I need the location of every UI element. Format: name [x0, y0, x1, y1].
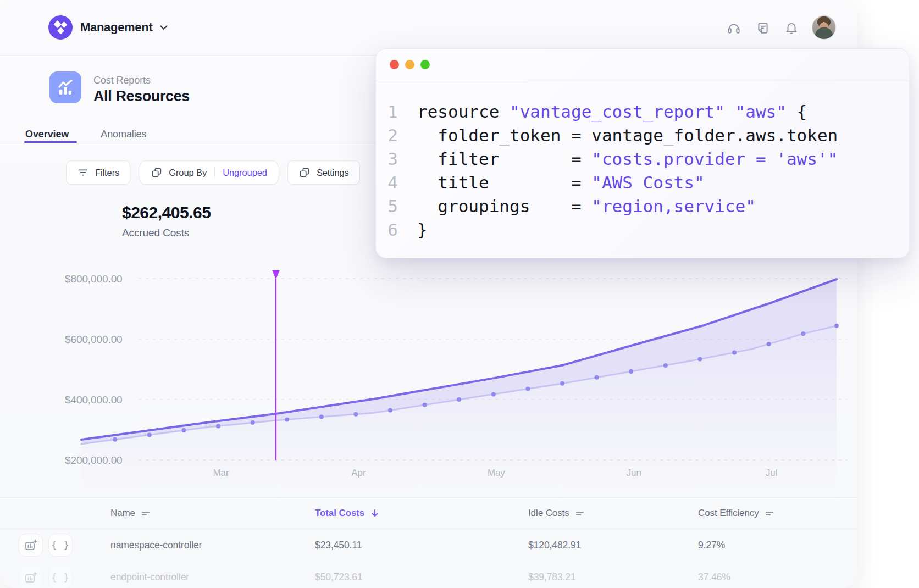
data-point-dot — [319, 415, 324, 419]
cell-idle-costs: $120,482.91 — [528, 540, 698, 551]
y-axis-tick-label: $600,000.00 — [65, 334, 123, 345]
cell-name: namespace-controller — [110, 540, 315, 551]
data-point-dot — [629, 369, 633, 374]
group-by-label: Group By — [169, 168, 207, 178]
code-text: title = "AWS Costs" — [417, 171, 705, 195]
filters-button[interactable]: Filters — [66, 160, 130, 185]
line-number: 6 — [376, 218, 398, 242]
tab-overview[interactable]: Overview — [25, 129, 69, 140]
braces-icon: { } — [51, 572, 70, 583]
y-axis-tick-label: $800,000.00 — [65, 273, 123, 285]
breadcrumb: Cost Reports — [93, 75, 151, 86]
sort-icon — [140, 508, 151, 519]
table-row[interactable]: { }namespace-controller$23,450.11$120,48… — [0, 529, 857, 561]
table-header-row: NameTotal CostsIdle CostsCost Efficiency — [0, 498, 857, 529]
docs-icon[interactable] — [756, 21, 770, 35]
chevron-down-icon — [160, 25, 168, 30]
data-point-dot — [663, 363, 668, 368]
code-text: resource "vantage_cost_report" "aws" { — [417, 100, 807, 124]
support-headphones-icon[interactable] — [727, 21, 741, 35]
cell-idle-costs: $39,783.21 — [528, 572, 698, 583]
scrubber-marker-handle[interactable] — [272, 270, 280, 279]
data-point-dot — [251, 420, 255, 425]
data-point-dot — [181, 428, 186, 432]
data-point-dot — [801, 331, 805, 336]
table-row[interactable]: { }endpoint-controller$50,723.61$39,783.… — [0, 561, 857, 588]
code-line: 6} — [376, 218, 909, 242]
open-chart-button[interactable] — [19, 566, 43, 588]
column-header-name[interactable]: Name — [110, 508, 315, 519]
data-point-dot — [457, 397, 461, 402]
code-text: folder_token = vantage_folder.aws.token — [417, 124, 838, 147]
group-by-button[interactable]: Group By Ungrouped — [140, 160, 278, 185]
line-number: 4 — [376, 171, 398, 195]
y-axis-tick-label: $400,000.00 — [65, 394, 123, 406]
code-window: 1resource "vantage_cost_report" "aws" {2… — [375, 48, 910, 258]
workspace-switcher[interactable]: Management — [80, 0, 168, 55]
group-stack-icon — [151, 167, 163, 179]
cost-trend-chart: $800,000.00$600,000.00$400,000.00$200,00… — [0, 242, 857, 500]
line-number: 2 — [376, 124, 398, 147]
data-point-dot — [423, 403, 427, 407]
code-editor: 1resource "vantage_cost_report" "aws" {2… — [376, 80, 909, 258]
sort-icon — [764, 508, 775, 519]
stat-label: Accrued Costs — [122, 227, 211, 239]
vantage-logo[interactable] — [48, 15, 73, 40]
filters-label: Filters — [95, 168, 119, 178]
code-text: } — [417, 218, 428, 242]
group-by-value[interactable]: Ungrouped — [223, 168, 267, 178]
column-header-idle-costs[interactable]: Idle Costs — [528, 508, 698, 519]
close-traffic-light[interactable] — [390, 60, 399, 69]
chart-glyph-icon — [56, 77, 75, 97]
x-axis-tick-label: Mar — [213, 468, 229, 478]
cell-total-costs: $23,450.11 — [315, 540, 528, 551]
view-code-button[interactable]: { } — [48, 566, 73, 588]
data-point-dot — [147, 432, 152, 437]
settings-label: Settings — [317, 168, 349, 178]
data-point-dot — [285, 417, 289, 421]
chart-toolbar: Filters Group By Ungrouped Settings — [66, 160, 360, 185]
code-window-titlebar — [376, 49, 909, 80]
code-line: 3 filter = "costs.provider = 'aws'" — [376, 147, 909, 171]
avatar[interactable] — [812, 15, 836, 40]
x-axis-tick-label: Jul — [766, 468, 777, 478]
row-actions: { } — [0, 534, 110, 557]
data-point-dot — [491, 392, 496, 396]
data-point-dot — [388, 408, 392, 413]
braces-icon: { } — [51, 540, 70, 551]
cell-name: endpoint-controller — [110, 572, 315, 583]
view-code-button[interactable]: { } — [48, 534, 73, 557]
settings-stack-icon — [298, 167, 311, 179]
page-title: All Resources — [93, 88, 190, 105]
line-number: 1 — [376, 100, 398, 124]
cell-cost-efficiency: 9.27% — [698, 540, 857, 551]
button-divider — [214, 167, 215, 178]
column-label: Name — [110, 508, 135, 519]
add-to-chart-icon — [24, 570, 38, 585]
data-point-dot — [560, 381, 564, 386]
data-point-dot — [767, 342, 771, 346]
sort-desc-icon — [369, 508, 380, 519]
code-line: 1resource "vantage_cost_report" "aws" { — [376, 100, 909, 124]
minimize-traffic-light[interactable] — [405, 60, 414, 69]
column-header-cost-efficiency[interactable]: Cost Efficiency — [698, 508, 857, 519]
table-body: { }namespace-controller$23,450.11$120,48… — [0, 529, 857, 588]
data-point-dot — [113, 437, 117, 442]
code-text: groupings = "region,service" — [417, 195, 756, 218]
data-point-dot — [834, 324, 839, 328]
zoom-traffic-light[interactable] — [420, 60, 430, 69]
tab-anomalies[interactable]: Anomalies — [101, 129, 146, 140]
sort-icon — [574, 508, 585, 519]
column-label: Cost Efficiency — [698, 508, 759, 519]
settings-button[interactable]: Settings — [287, 160, 360, 185]
x-axis-tick-label: Apr — [351, 468, 366, 478]
data-point-dot — [353, 412, 358, 417]
workspace-name: Management — [80, 20, 152, 35]
open-chart-button[interactable] — [19, 534, 43, 557]
column-header-total-costs[interactable]: Total Costs — [315, 508, 528, 519]
bell-icon[interactable] — [784, 21, 799, 35]
resources-table: NameTotal CostsIdle CostsCost Efficiency… — [0, 497, 857, 588]
cost-report-icon — [49, 71, 81, 103]
row-actions: { } — [0, 566, 110, 588]
column-label: Total Costs — [315, 508, 364, 519]
